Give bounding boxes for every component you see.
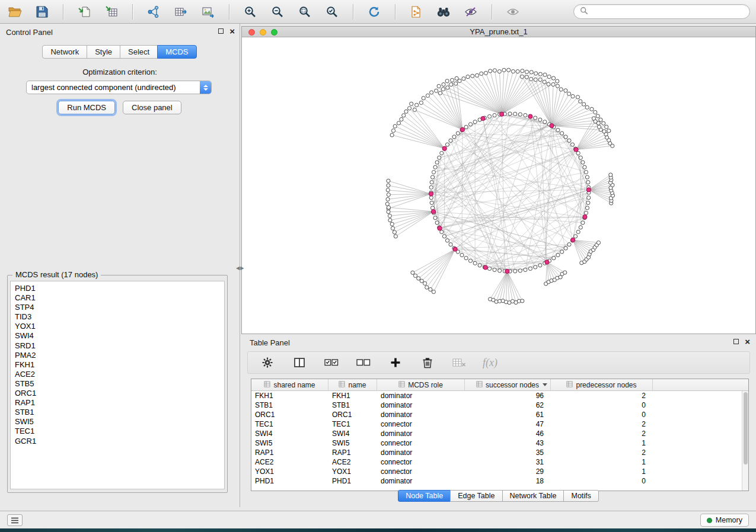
zoom-check-icon[interactable]	[323, 3, 341, 21]
table-row[interactable]: ACE2ACE2connector311	[251, 457, 742, 467]
columns-icon[interactable]	[291, 354, 308, 371]
cell-successor-nodes[interactable]: 47	[465, 420, 551, 428]
refresh-icon[interactable]	[365, 3, 383, 21]
cell-name[interactable]: ACE2	[328, 458, 377, 466]
tab-motifs[interactable]: Motifs	[563, 490, 598, 502]
image-export-icon[interactable]	[199, 3, 217, 21]
mcds-result-item[interactable]: SRD1	[15, 341, 220, 351]
cell-predecessor-nodes[interactable]: 2	[551, 420, 653, 428]
cell-name[interactable]: PHD1	[328, 477, 377, 485]
table-import-icon[interactable]	[103, 3, 120, 21]
search-input[interactable]	[592, 7, 744, 16]
cell-mcds-role[interactable]: dominator	[377, 477, 465, 485]
cell-name[interactable]: FKH1	[328, 392, 377, 400]
column-header-name[interactable]: name	[328, 379, 377, 390]
mcds-result-list[interactable]: PHD1CAR1STP4TID3YOX1SWI4SRD1PMA2FKH1ACE2…	[10, 281, 225, 489]
file-import-icon[interactable]	[75, 3, 93, 21]
network-share-icon[interactable]	[145, 3, 162, 21]
tab-style[interactable]: Style	[87, 45, 120, 59]
mcds-result-item[interactable]: CAR1	[15, 293, 220, 303]
eye-icon[interactable]	[504, 3, 522, 21]
table-scrollbar[interactable]	[742, 391, 748, 491]
table-export-icon[interactable]	[172, 3, 190, 21]
cell-successor-nodes[interactable]: 62	[465, 401, 551, 409]
tab-mcds[interactable]: MCDS	[157, 45, 196, 59]
cell-predecessor-nodes[interactable]: 2	[551, 430, 653, 438]
cell-predecessor-nodes[interactable]: 1	[551, 458, 653, 466]
floppy-disk-icon[interactable]	[33, 3, 51, 21]
cell-mcds-role[interactable]: connector	[377, 467, 465, 476]
function-builder-icon[interactable]: f(x)	[483, 357, 497, 369]
memory-button[interactable]: Memory	[700, 514, 749, 527]
tab-node-table[interactable]: Node Table	[398, 490, 451, 502]
cell-successor-nodes[interactable]: 35	[465, 448, 551, 457]
cell-successor-nodes[interactable]: 61	[465, 411, 551, 419]
cell-successor-nodes[interactable]: 29	[465, 467, 551, 476]
close-panel-button[interactable]: Close panel	[123, 101, 181, 114]
mcds-result-item[interactable]: ACE2	[15, 370, 220, 379]
mcds-result-item[interactable]: TEC1	[15, 427, 220, 436]
mcds-result-item[interactable]: SWI4	[15, 331, 220, 341]
cell-predecessor-nodes[interactable]: 1	[551, 439, 653, 447]
cell-mcds-role[interactable]: dominator	[377, 392, 465, 400]
cell-shared-name[interactable]: ACE2	[251, 458, 328, 466]
select-all-checkboxes-icon[interactable]	[323, 354, 340, 371]
cell-successor-nodes[interactable]: 31	[465, 458, 551, 466]
cell-shared-name[interactable]: FKH1	[251, 392, 328, 400]
document-share-icon[interactable]	[407, 3, 425, 21]
cell-successor-nodes[interactable]: 18	[465, 477, 551, 485]
cell-name[interactable]: RAP1	[328, 448, 377, 457]
cell-mcds-role[interactable]: connector	[377, 420, 465, 428]
cell-predecessor-nodes[interactable]: 0	[551, 411, 653, 419]
folder-open-icon[interactable]	[6, 3, 24, 21]
add-column-icon[interactable]	[387, 354, 404, 371]
mcds-result-item[interactable]: TID3	[15, 312, 220, 322]
table-row[interactable]: ORC1ORC1dominator610	[251, 410, 742, 419]
cell-mcds-role[interactable]: connector	[377, 458, 465, 466]
cell-name[interactable]: YOX1	[328, 467, 377, 476]
table-row[interactable]: STB1STB1dominator620	[251, 400, 742, 410]
cell-name[interactable]: TEC1	[328, 420, 377, 428]
mcds-result-item[interactable]: PMA2	[15, 351, 220, 360]
network-graph[interactable]	[242, 37, 755, 334]
mcds-result-item[interactable]: YOX1	[15, 322, 220, 331]
minimize-window-icon[interactable]	[260, 29, 266, 36]
mcds-result-item[interactable]: STP4	[15, 303, 220, 312]
cell-predecessor-nodes[interactable]: 0	[551, 401, 653, 409]
cell-mcds-role[interactable]: dominator	[377, 411, 465, 419]
network-window-titlebar[interactable]: YPA_prune.txt_1	[242, 27, 755, 37]
column-header-shared-name[interactable]: shared name	[251, 379, 328, 390]
cell-name[interactable]: STB1	[328, 401, 377, 409]
cell-successor-nodes[interactable]: 46	[465, 430, 551, 438]
close-table-panel-icon[interactable]: ×	[745, 338, 750, 345]
clear-all-checkboxes-icon[interactable]	[355, 354, 372, 371]
tab-network[interactable]: Network	[42, 45, 87, 59]
table-row[interactable]: RAP1RAP1dominator352	[251, 448, 742, 457]
cell-mcds-role[interactable]: dominator	[377, 430, 465, 438]
tab-network-table[interactable]: Network Table	[502, 490, 564, 502]
table-row[interactable]: SWI4SWI4dominator462	[251, 429, 742, 438]
cell-shared-name[interactable]: SWI4	[251, 430, 328, 438]
mcds-result-item[interactable]: RAP1	[15, 398, 220, 408]
float-table-panel-icon[interactable]	[733, 339, 739, 344]
criterion-dropdown[interactable]: largest connected component (undirected)	[26, 81, 212, 94]
column-header-predecessor-nodes[interactable]: predecessor nodes	[551, 379, 653, 390]
cell-shared-name[interactable]: RAP1	[251, 448, 328, 457]
cell-shared-name[interactable]: SWI5	[251, 439, 328, 447]
table-row[interactable]: PHD1PHD1dominator180	[251, 476, 742, 486]
eye-slash-icon[interactable]	[462, 3, 480, 21]
mcds-result-item[interactable]: FKH1	[15, 360, 220, 370]
cell-name[interactable]: ORC1	[328, 411, 377, 419]
table-row[interactable]: TEC1TEC1connector472	[251, 419, 742, 429]
mcds-result-item[interactable]: STB1	[15, 408, 220, 417]
delete-table-icon[interactable]	[451, 354, 468, 371]
cell-name[interactable]: SWI4	[328, 430, 377, 438]
cell-shared-name[interactable]: STB1	[251, 401, 328, 409]
cell-predecessor-nodes[interactable]: 2	[551, 392, 653, 400]
tab-select[interactable]: Select	[120, 45, 158, 59]
run-mcds-button[interactable]: Run MCDS	[58, 101, 115, 114]
mcds-result-item[interactable]: ORC1	[15, 389, 220, 398]
zoom-fit-icon[interactable]	[296, 3, 314, 21]
cell-successor-nodes[interactable]: 96	[465, 392, 551, 400]
close-window-icon[interactable]	[248, 29, 255, 36]
